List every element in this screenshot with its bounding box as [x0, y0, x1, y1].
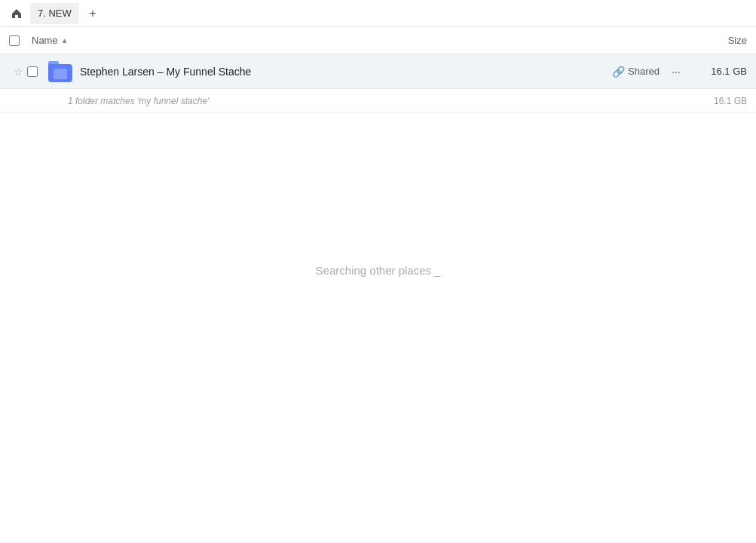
file-name: Stephen Larsen – My Funnel Stache — [74, 66, 612, 78]
match-info-row: 1 folder matches 'my funnel stache' 16.1… — [0, 89, 756, 113]
link-icon: 🔗 — [612, 66, 625, 78]
more-options-button[interactable]: ··· — [666, 61, 687, 82]
file-row[interactable]: ☆ Stephen Larsen – My Funnel Stache 🔗 Sh… — [0, 54, 756, 89]
size-column-header: Size — [687, 35, 747, 46]
ellipsis-icon: ··· — [672, 66, 681, 78]
current-tab[interactable]: 7. NEW — [30, 3, 79, 24]
searching-area: Searching other places _ — [0, 113, 756, 277]
name-column-label: Name — [32, 35, 58, 46]
new-tab-button[interactable]: + — [82, 3, 103, 24]
star-button[interactable]: ☆ — [9, 66, 27, 78]
shared-label: Shared — [628, 66, 660, 77]
select-all-checkbox[interactable] — [9, 35, 20, 46]
row-checkbox[interactable] — [27, 66, 38, 77]
match-size: 16.1 GB — [687, 96, 747, 106]
row-actions: 🔗 Shared ··· — [612, 61, 687, 82]
top-bar: 7. NEW + — [0, 0, 756, 27]
folder-body — [48, 64, 72, 82]
file-size: 16.1 GB — [687, 66, 747, 77]
folder-overlay — [54, 69, 67, 79]
sort-icon: ▲ — [61, 36, 69, 44]
row-checkbox-area[interactable] — [27, 66, 47, 77]
name-column-header[interactable]: Name ▲ — [32, 35, 687, 46]
column-header: Name ▲ Size — [0, 27, 756, 54]
home-icon — [11, 8, 23, 20]
plus-icon: + — [89, 7, 96, 20]
header-checkbox-area[interactable] — [9, 35, 32, 46]
star-icon: ☆ — [14, 66, 23, 78]
tab-label: 7. NEW — [38, 8, 72, 19]
match-text: 1 folder matches 'my funnel stache' — [68, 96, 687, 106]
home-button[interactable] — [6, 3, 27, 24]
folder-icon — [47, 61, 74, 82]
shared-badge: 🔗 Shared — [612, 66, 660, 78]
searching-text: Searching other places — [316, 264, 431, 277]
searching-dots: _ — [434, 264, 440, 277]
size-column-label: Size — [728, 35, 747, 46]
folder-icon-wrap — [48, 61, 72, 82]
